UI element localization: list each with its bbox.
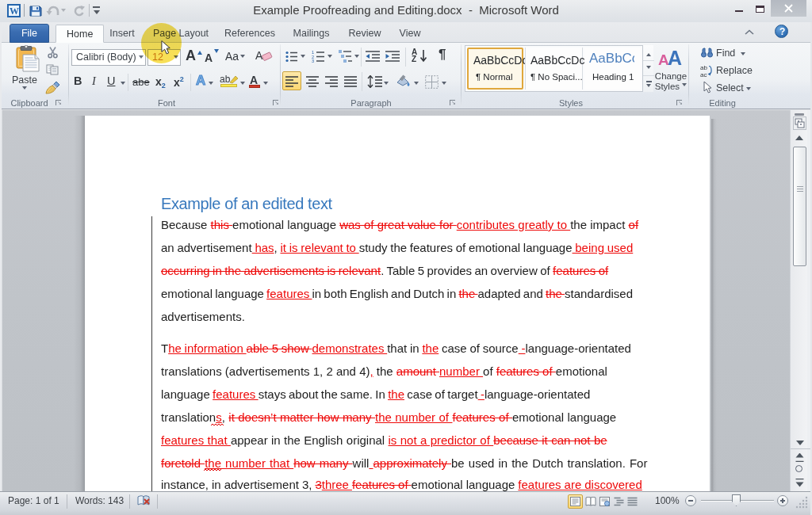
svg-text:ac: ac: [700, 71, 707, 78]
svg-text:W: W: [10, 6, 19, 17]
svg-text:3: 3: [312, 59, 314, 63]
svg-text:ab: ab: [700, 64, 707, 71]
